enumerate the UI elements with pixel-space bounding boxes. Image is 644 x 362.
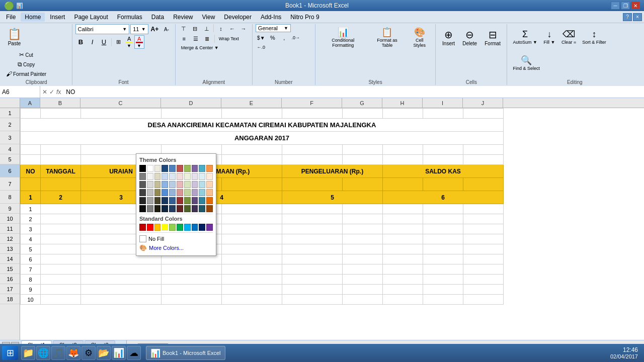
row-header-3[interactable]: 3	[0, 131, 20, 144]
cell-h1[interactable]	[383, 109, 423, 119]
merge-center-btn[interactable]: Merge & Center ▼	[179, 44, 221, 51]
menu-review[interactable]: Review	[169, 13, 197, 22]
color-swatch-7[interactable]	[184, 173, 191, 180]
row-header-9[interactable]: 9	[0, 204, 20, 214]
align-right-btn[interactable]: ≣	[202, 34, 213, 43]
conditional-formatting-btn[interactable]: 📊 Conditional Formatting	[318, 24, 368, 50]
color-swatch-orange[interactable]	[206, 165, 213, 172]
color-swatch-9[interactable]	[199, 173, 205, 180]
taskbar-firefox-btn[interactable]: 🦊	[66, 346, 80, 360]
cell-subtitle[interactable]: ANGGARAN 2017	[21, 132, 504, 145]
cell-h6[interactable]: SALDO KAS	[383, 165, 504, 178]
cell-j7[interactable]	[463, 178, 504, 191]
std-color-10[interactable]	[206, 224, 213, 231]
italic-button[interactable]: I	[87, 38, 98, 47]
cell-a4[interactable]	[21, 145, 41, 155]
menu-file[interactable]: File	[2, 13, 20, 22]
color-swatch-4[interactable]	[162, 173, 168, 180]
cell-g1[interactable]	[343, 109, 383, 119]
cell-g7[interactable]	[343, 178, 383, 191]
cell-b6[interactable]: TANGGAL	[41, 165, 81, 178]
fill-color-btn[interactable]: A ▼	[125, 36, 134, 48]
paste-button[interactable]: 📋 Paste	[4, 24, 25, 49]
row-header-17[interactable]: 17	[0, 284, 20, 294]
menu-nitro[interactable]: Nitro Pro 9	[286, 13, 323, 22]
cell-j5[interactable]	[463, 155, 504, 165]
row-header-13[interactable]: 13	[0, 244, 20, 254]
color-swatch-black[interactable]	[139, 165, 146, 172]
cell-a8[interactable]: 1	[21, 191, 41, 204]
autosum-btn[interactable]: Σ AutoSum ▼	[510, 24, 539, 49]
std-color-7[interactable]	[184, 224, 191, 231]
color-swatch-2[interactable]	[147, 173, 153, 180]
cell-b4[interactable]	[41, 145, 81, 155]
row-header-1[interactable]: 1	[0, 108, 20, 118]
cell-i1[interactable]	[423, 109, 463, 119]
col-header-i[interactable]: I	[423, 98, 463, 108]
taskbar-cloud-btn[interactable]: ☁	[127, 346, 141, 360]
sort-filter-btn[interactable]: ↕ Sort & Filter	[580, 24, 609, 49]
row-header-5[interactable]: 5	[0, 154, 20, 164]
insert-function-btn[interactable]: fx	[56, 88, 61, 96]
cell-i9[interactable]	[423, 204, 463, 214]
cell-f6[interactable]: PENGELUARAN (Rp.)	[282, 165, 383, 178]
taskbar-music-btn[interactable]: 🎵	[51, 346, 65, 360]
taskbar-active-app[interactable]: 📊 Book1 - Microsoft Excel	[146, 346, 225, 360]
increase-font-btn[interactable]: A+	[149, 25, 160, 34]
cell-a7[interactable]	[21, 178, 41, 191]
color-swatch-5[interactable]	[169, 173, 176, 180]
cell-h4[interactable]	[383, 145, 423, 155]
menu-addins[interactable]: Add-Ins	[257, 13, 285, 22]
row-header-8[interactable]: 8	[0, 191, 20, 204]
restore-btn[interactable]: ❐	[621, 2, 630, 10]
row-header-14[interactable]: 14	[0, 254, 20, 264]
decimal-increase-btn[interactable]: .0→	[290, 33, 301, 42]
taskbar-settings-btn[interactable]: ⚙	[82, 346, 96, 360]
cell-b8[interactable]: 2	[41, 191, 81, 204]
cell-j9[interactable]	[463, 204, 504, 214]
text-direction-btn[interactable]: ↕	[215, 24, 226, 33]
cell-b9[interactable]	[41, 204, 81, 214]
col-header-e[interactable]: E	[221, 98, 282, 108]
color-swatch-teal[interactable]	[199, 165, 205, 172]
cell-i5[interactable]	[423, 155, 463, 165]
color-swatch-8[interactable]	[192, 173, 198, 180]
font-color-btn[interactable]: A ▼	[134, 35, 144, 49]
row-header-18[interactable]: 18	[0, 294, 20, 304]
cell-g5[interactable]	[343, 155, 383, 165]
minimize-btn[interactable]: ─	[611, 2, 620, 10]
cell-e1[interactable]	[222, 109, 282, 119]
format-as-table-btn[interactable]: 📋 Format as Table	[369, 24, 406, 50]
menu-view[interactable]: View	[198, 13, 219, 22]
start-button[interactable]: ⊞	[2, 346, 18, 360]
row-header-12[interactable]: 12	[0, 234, 20, 244]
cell-title[interactable]: DESA ANAKCIREMAI KECAMATAN CIREMAI KABUP…	[21, 119, 504, 132]
std-color-5[interactable]	[169, 224, 176, 231]
row-header-11[interactable]: 11	[0, 224, 20, 234]
cell-d1[interactable]	[162, 109, 222, 119]
cell-j4[interactable]	[463, 145, 504, 155]
std-color-2[interactable]	[147, 224, 153, 231]
color-swatch-white[interactable]	[147, 165, 153, 172]
col-header-j[interactable]: J	[463, 98, 503, 108]
color-swatch-3[interactable]	[154, 173, 161, 180]
menu-insert[interactable]: Insert	[46, 13, 69, 22]
cell-f7[interactable]	[282, 178, 343, 191]
std-color-1[interactable]	[139, 224, 146, 231]
find-select-btn[interactable]: 🔍 Find & Select	[510, 50, 542, 75]
taskbar-explorer-btn[interactable]: 📂	[97, 346, 111, 360]
cell-h7[interactable]	[383, 178, 423, 191]
format-cells-btn[interactable]: ⊟ Format	[481, 24, 504, 50]
cell-c1[interactable]	[81, 109, 162, 119]
bold-button[interactable]: B	[75, 38, 87, 47]
more-colors-btn[interactable]: 🎨 More Colors...	[139, 243, 213, 252]
cell-f5[interactable]	[282, 155, 343, 165]
row-header-15[interactable]: 15	[0, 264, 20, 274]
indent-increase-btn[interactable]: →	[238, 24, 249, 33]
decrease-font-btn[interactable]: A-	[161, 25, 172, 34]
align-center-btn[interactable]: ☰	[190, 34, 201, 43]
comma-btn[interactable]: ,	[279, 33, 290, 42]
col-header-a[interactable]: A	[20, 98, 40, 108]
window-controls[interactable]: ─ ❐ ✕	[611, 2, 640, 10]
color-swatch-red[interactable]	[177, 165, 183, 172]
